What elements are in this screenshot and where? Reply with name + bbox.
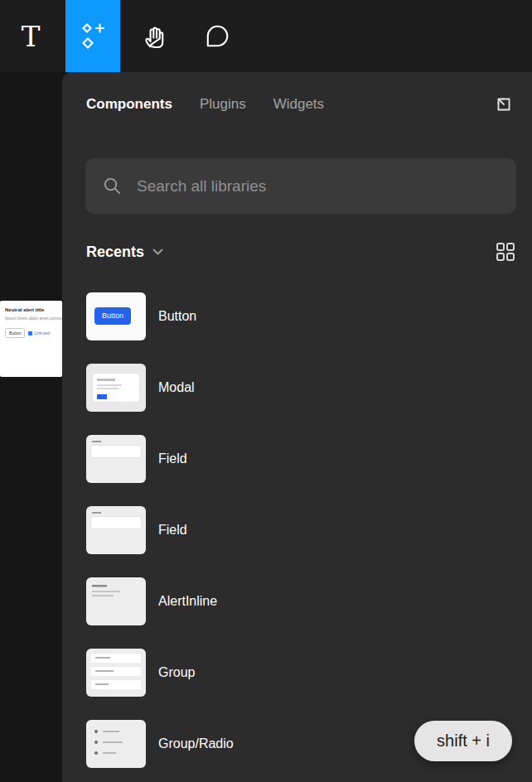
component-thumbnail bbox=[86, 364, 146, 412]
recents-label: Recents bbox=[86, 244, 144, 261]
component-thumbnail bbox=[86, 435, 146, 483]
grid-view-icon bbox=[496, 242, 515, 262]
panel-tabs: Components Plugins Widgets bbox=[86, 96, 324, 113]
text-tool-button[interactable]: T bbox=[3, 0, 58, 72]
grid-view-button[interactable] bbox=[494, 240, 517, 263]
component-name: Button bbox=[158, 309, 196, 324]
chevron-down-icon bbox=[152, 249, 163, 256]
alert-card-button: Button bbox=[5, 328, 25, 338]
component-name: Group bbox=[158, 665, 195, 680]
alert-card-body: Ipsum lorem dolor amet consec bbox=[5, 315, 60, 321]
thumbnail-button-sample: Button bbox=[94, 307, 131, 325]
components-panel: Components Plugins Widgets Recents bbox=[62, 72, 532, 782]
component-thumbnail bbox=[86, 649, 146, 697]
components-tool-icon bbox=[77, 21, 109, 52]
comments-tool-icon bbox=[204, 23, 230, 50]
component-list-item[interactable]: Field bbox=[86, 506, 532, 554]
shortcut-badge: shift + i bbox=[414, 721, 512, 761]
component-name: Modal bbox=[158, 380, 195, 395]
text-tool-icon: T bbox=[22, 22, 41, 51]
arrow-up-left-square-icon bbox=[492, 93, 515, 116]
tab-widgets[interactable]: Widgets bbox=[273, 96, 324, 113]
hand-tool-button[interactable] bbox=[128, 0, 182, 72]
component-list-item[interactable]: AlertInline bbox=[86, 577, 532, 625]
hand-tool-icon bbox=[141, 22, 169, 51]
components-tool-button[interactable] bbox=[65, 0, 120, 72]
alert-card-link-label: Link text bbox=[34, 331, 50, 335]
component-thumbnail bbox=[86, 720, 146, 768]
canvas-alert-card[interactable]: Neutral alert title Ipsum lorem dolor am… bbox=[0, 301, 62, 377]
alert-card-actions: Button Link text bbox=[5, 328, 60, 338]
search-input[interactable] bbox=[137, 177, 500, 196]
recents-dropdown[interactable]: Recents bbox=[86, 244, 163, 261]
search-bar bbox=[85, 158, 516, 214]
component-list-item[interactable]: Group bbox=[86, 649, 532, 697]
component-thumbnail: Button bbox=[86, 292, 146, 340]
panel-tabs-row: Components Plugins Widgets bbox=[62, 72, 532, 118]
component-thumbnail bbox=[86, 506, 146, 554]
canvas[interactable]: Neutral alert title Ipsum lorem dolor am… bbox=[0, 72, 62, 782]
component-list-item[interactable]: Modal bbox=[86, 364, 532, 412]
component-name: Group/Radio bbox=[158, 736, 234, 751]
search-icon bbox=[102, 176, 123, 196]
comments-tool-button[interactable] bbox=[190, 0, 244, 72]
alert-card-title: Neutral alert title bbox=[5, 307, 60, 312]
component-name: AlertInline bbox=[158, 594, 217, 609]
open-as-window-button[interactable] bbox=[491, 91, 517, 118]
tab-plugins[interactable]: Plugins bbox=[200, 96, 246, 113]
component-name: Field bbox=[158, 523, 187, 538]
component-list-item[interactable]: Field bbox=[86, 435, 532, 483]
tab-components[interactable]: Components bbox=[86, 96, 172, 113]
link-icon bbox=[28, 331, 32, 335]
alert-card-link: Link text bbox=[28, 331, 50, 335]
component-thumbnail bbox=[86, 577, 146, 625]
recents-header: Recents bbox=[86, 240, 517, 263]
recents-list: Button Button Modal Field Field AlertInl… bbox=[86, 292, 532, 782]
toolbar: T bbox=[0, 0, 532, 72]
component-list-item[interactable]: Button Button bbox=[86, 292, 532, 340]
component-name: Field bbox=[158, 451, 187, 466]
